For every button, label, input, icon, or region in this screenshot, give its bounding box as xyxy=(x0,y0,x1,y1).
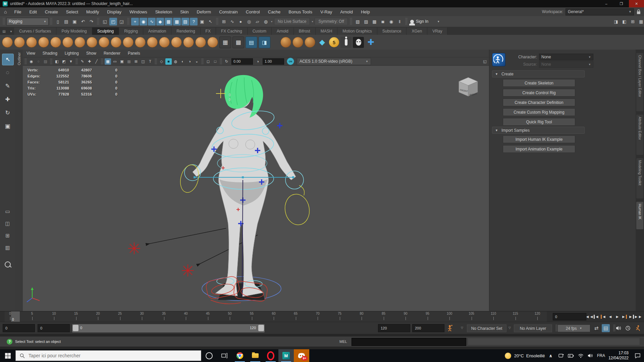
snap-to-point-icon[interactable]: ● xyxy=(237,18,245,25)
menu-cache[interactable]: Cache xyxy=(264,9,285,14)
menu-constrain[interactable]: Constrain xyxy=(215,9,242,14)
shelf-tab-fx-caching[interactable]: FX Caching xyxy=(216,27,248,35)
maximize-button[interactable]: ❐ xyxy=(614,0,629,7)
outliner-persp-layout-icon[interactable]: ▥ xyxy=(2,243,13,252)
stencil-grid-icon[interactable]: ▦ xyxy=(219,37,231,48)
shelf-tab-substance[interactable]: Substance xyxy=(377,27,407,35)
mask-brush-icon[interactable] xyxy=(305,37,315,48)
panel-menu-lighting[interactable]: Lighting xyxy=(61,51,83,56)
menu-modify[interactable]: Modify xyxy=(82,9,103,14)
select-deformations-icon[interactable]: ▦ xyxy=(165,18,172,25)
shelf-tab-vray[interactable]: VRay xyxy=(427,27,447,35)
single-pane-layout-toggle-icon[interactable]: ◨ xyxy=(612,18,620,25)
animation-preferences-icon[interactable] xyxy=(634,324,642,332)
character-body-icon[interactable] xyxy=(340,37,352,48)
select-curves-icon[interactable]: ∿ xyxy=(148,18,156,25)
taskbar-search[interactable] xyxy=(15,350,201,361)
exposure-field[interactable]: 0.00 xyxy=(231,58,253,65)
home-icon[interactable]: ⌂ xyxy=(4,9,7,14)
flatten-tool-icon[interactable] xyxy=(62,37,73,48)
sculpt-panel-icon[interactable]: ▤ xyxy=(246,37,257,48)
character-mask-icon[interactable] xyxy=(353,37,364,48)
cortana-button[interactable] xyxy=(201,349,217,362)
select-component-icon[interactable]: ◲ xyxy=(118,18,125,25)
panel-menu-renderer[interactable]: Renderer xyxy=(100,51,124,56)
go-to-next-key-button[interactable]: ► xyxy=(621,313,628,321)
scrape-tool-icon[interactable] xyxy=(135,37,146,48)
shelf-tab-motion-graphics[interactable]: Motion Graphics xyxy=(337,27,377,35)
shelf-tab-xgen[interactable]: XGen xyxy=(407,27,427,35)
single-pane-layout-icon[interactable]: ▭ xyxy=(2,207,13,216)
two-pane-layout-icon[interactable]: ◫ xyxy=(2,219,13,228)
freeze-tool-icon[interactable] xyxy=(207,37,218,48)
anim-layer-select[interactable]: No Anim Layer xyxy=(514,324,552,332)
import-animation-example-button[interactable]: Import Animation Example xyxy=(503,145,575,153)
film-gate-icon[interactable]: ▭ xyxy=(112,58,118,65)
shelf-tab-rigging[interactable]: Rigging xyxy=(119,27,143,35)
amplify-tool-icon[interactable] xyxy=(195,37,206,48)
pinch-tool-icon[interactable] xyxy=(50,37,61,48)
render-current-frame-icon[interactable]: ▨ xyxy=(362,18,370,25)
knife-tool-icon[interactable] xyxy=(159,37,170,48)
animation-start-field[interactable] xyxy=(3,324,35,332)
sidebar-tab-attribute-editor[interactable]: Attribute Editor xyxy=(636,115,643,155)
keyboard-language[interactable]: FRA xyxy=(597,353,605,358)
lighting-toggle-icon[interactable]: ○ xyxy=(35,58,42,65)
mirror-brush-icon[interactable] xyxy=(280,37,291,48)
taskbar-maya-button[interactable]: M xyxy=(278,349,294,362)
play-forwards-button[interactable]: ► xyxy=(614,313,621,321)
panel-menu-view[interactable]: View xyxy=(23,51,39,56)
sidebar-tab-channel-box-layer-editor[interactable]: Channel Box / Layer Editor xyxy=(636,53,643,111)
color-management-toggle[interactable]: ON xyxy=(287,58,294,65)
maximize-viewport-icon[interactable]: ◱ xyxy=(482,58,488,65)
safe-action-icon[interactable]: ◫ xyxy=(140,58,146,65)
current-frame-field[interactable] xyxy=(553,313,586,320)
character-select[interactable]: None▼ xyxy=(539,54,593,60)
wifi-tray-icon[interactable] xyxy=(578,354,584,358)
menu-edit[interactable]: Edit xyxy=(25,9,41,14)
snap-to-projected-center-icon[interactable]: ◎ xyxy=(245,18,253,25)
launch-hypershade-icon[interactable]: ◉ xyxy=(387,18,395,25)
chevron-down-icon[interactable]: ▾ xyxy=(271,20,272,23)
taskbar-opera-button[interactable] xyxy=(263,349,278,362)
menu-control[interactable]: Control xyxy=(242,9,264,14)
start-button[interactable] xyxy=(0,349,15,362)
animation-end-field[interactable] xyxy=(412,324,444,332)
loop-playback-icon[interactable]: ⇄ xyxy=(592,324,600,332)
menu-bonus-tools[interactable]: Bonus Tools xyxy=(284,9,316,14)
taskbar-discord-button[interactable]: 9+ xyxy=(294,349,309,362)
open-render-view-icon[interactable]: ▧ xyxy=(354,18,362,25)
relax-tool-icon[interactable] xyxy=(26,37,37,48)
pause-viewport-update-icon[interactable]: ‖ xyxy=(396,18,404,25)
smooth-tool-icon[interactable] xyxy=(14,37,25,48)
action-center-icon[interactable] xyxy=(635,353,641,358)
range-start-handle[interactable] xyxy=(73,325,78,331)
lasso-tool-icon[interactable]: ◌ xyxy=(2,67,13,78)
chevron-down-icon[interactable]: ▾ xyxy=(312,20,313,23)
safe-title-icon[interactable]: T xyxy=(147,58,153,65)
menu-select[interactable]: Select xyxy=(62,9,82,14)
select-rendering-icon[interactable]: ▤ xyxy=(181,18,189,25)
shadows-display-icon[interactable]: ◑ xyxy=(186,58,193,65)
camera-bookmarks-icon[interactable]: ▼ xyxy=(68,58,74,65)
grease-pencil-icon[interactable]: ✎ xyxy=(79,58,86,65)
toggle-ui-elements-icon[interactable]: ▦ xyxy=(637,18,644,25)
spray-tool-icon[interactable] xyxy=(87,37,97,48)
sculpt-target-panel-icon[interactable]: ◨ xyxy=(259,37,270,48)
shelf-menu-icon[interactable]: ▤ xyxy=(1,28,7,34)
snap-to-curve-icon[interactable]: ∿ xyxy=(228,18,236,25)
undo-icon[interactable]: ↶ xyxy=(79,18,87,25)
sidebar-tab-modeling-toolkit[interactable]: Modeling Toolkit xyxy=(636,158,643,198)
shelf-tab-custom[interactable]: Custom xyxy=(248,27,272,35)
field-chart-icon[interactable]: ⊞ xyxy=(133,58,139,65)
flood-brush-icon[interactable] xyxy=(292,37,303,48)
select-hierarchy-icon[interactable]: ◱ xyxy=(101,18,109,25)
gate-mask-icon[interactable]: ▩ xyxy=(126,58,132,65)
frame-ruler[interactable]: 0 05101520253035404550556065707580859095… xyxy=(5,311,547,322)
select-surfaces-icon[interactable]: ◆ xyxy=(156,18,164,25)
menu-skeleton[interactable]: Skeleton xyxy=(151,9,176,14)
menu-file[interactable]: File xyxy=(10,9,25,14)
split-pane-layout-toggle-icon[interactable]: ◧ xyxy=(621,18,628,25)
menu-deform[interactable]: Deform xyxy=(193,9,215,14)
scene-3d-view[interactable]: 0 0 xyxy=(23,65,489,311)
